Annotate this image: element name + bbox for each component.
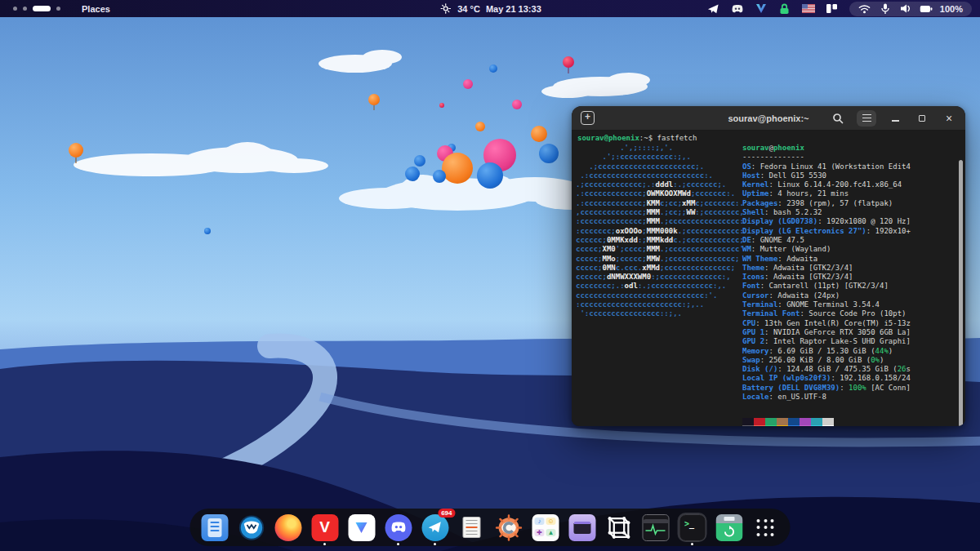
running-indicator [434,543,436,545]
dock-item-video-downloader[interactable] [715,513,744,542]
dock-item-firefox[interactable] [274,513,303,542]
dock-item-librewolf[interactable] [237,513,266,542]
dock-item-discord[interactable] [384,513,413,542]
battery-icon [920,2,933,16]
volume-icon [899,2,912,16]
clock-label: May 21 13:33 [486,4,541,14]
quick-settings[interactable]: 100% [849,2,972,16]
running-indicator [397,543,399,545]
dock-item-vivaldi[interactable]: V [310,513,340,542]
notification-badge: 694 [438,509,455,518]
vpn-tray-icon[interactable] [755,2,768,16]
weather-temp: 34 °C [457,4,480,14]
dash-dock: V694♪☺✚▲>_ [190,509,791,546]
palette-swatch [765,418,777,425]
maximize-button[interactable] [914,110,930,127]
palette-swatch [788,425,800,426]
palette-swatch [777,425,788,426]
places-menu[interactable]: Places [75,3,117,15]
terminal-window: + sourav@phoenix:~ × sourav@phoenix:~$ f… [572,106,965,426]
dock-item-news-reader[interactable] [457,513,487,542]
lock-tray-icon[interactable] [778,2,791,16]
terminal-color-palette [742,418,834,426]
desktop: Places 34 °C May 21 13:33 100% + sourav@… [0,0,980,551]
search-button[interactable] [830,110,846,127]
wifi-icon [858,2,871,16]
palette-swatch [822,425,834,426]
telegram-tray-icon[interactable] [707,2,720,16]
dock-item-app-folder[interactable]: ♪☺✚▲ [531,513,560,542]
mic-icon [879,2,892,16]
palette-swatch [788,418,800,425]
running-indicator [323,543,326,545]
palette-swatch [800,418,811,425]
tiling-icon[interactable] [826,2,839,16]
dock-item-photo-viewer[interactable] [494,513,523,542]
dock-item-boxes[interactable] [568,513,597,542]
palette-swatch [765,425,777,426]
fedora-ascii-logo: .',;::::;,'. .';:cccccccccccc:;,. .;cccc… [576,144,744,319]
dock-item-files[interactable] [200,513,229,542]
new-tab-button[interactable]: + [581,111,595,125]
dock-item-terminal[interactable]: >_ [678,513,707,542]
minimize-button[interactable] [887,110,903,127]
palette-swatch [811,425,822,426]
workspace-dot-3[interactable] [33,6,51,11]
battery-percent: 100% [940,4,963,14]
palette-swatch [811,418,822,425]
terminal-scrollbar[interactable] [959,160,963,426]
shell-prompt: sourav@phoenix:~$ fastfetch [577,134,697,143]
palette-swatch [822,418,834,425]
palette-swatch [754,425,765,426]
top-bar: Places 34 °C May 21 13:33 100% [0,0,980,17]
us-flag-icon[interactable] [802,2,815,16]
hamburger-menu-button[interactable] [857,110,876,127]
workspace-dot-4[interactable] [56,7,60,11]
dock-item-triangle-app[interactable] [347,513,376,542]
workspace-dot-2[interactable] [23,7,27,11]
dock-item-cube-app[interactable] [604,513,634,542]
palette-swatch [742,418,754,425]
terminal-content: sourav@phoenix:~$ fastfetch .',;::::;,'.… [572,131,965,426]
palette-swatch [777,418,788,425]
clock-menu[interactable]: 34 °C May 21 13:33 [430,0,550,17]
fastfetch-info: sourav@phoenix--------------OS: Fedora L… [742,144,911,402]
weather-icon [439,2,452,16]
discord-tray-icon[interactable] [731,2,744,16]
close-button[interactable]: × [941,110,957,127]
window-title: sourav@phoenix:~ [728,113,808,123]
dock-item-system-monitor[interactable] [641,513,670,542]
dock-item-telegram[interactable]: 694 [421,513,450,542]
running-indicator [691,543,693,545]
terminal-headerbar[interactable]: + sourav@phoenix:~ × [572,106,965,131]
dock-item-show-apps[interactable] [751,513,781,542]
palette-swatch [742,425,754,426]
workspace-indicator[interactable] [13,6,60,11]
palette-swatch [800,425,811,426]
palette-swatch [754,418,765,425]
workspace-dot-1[interactable] [13,7,17,11]
